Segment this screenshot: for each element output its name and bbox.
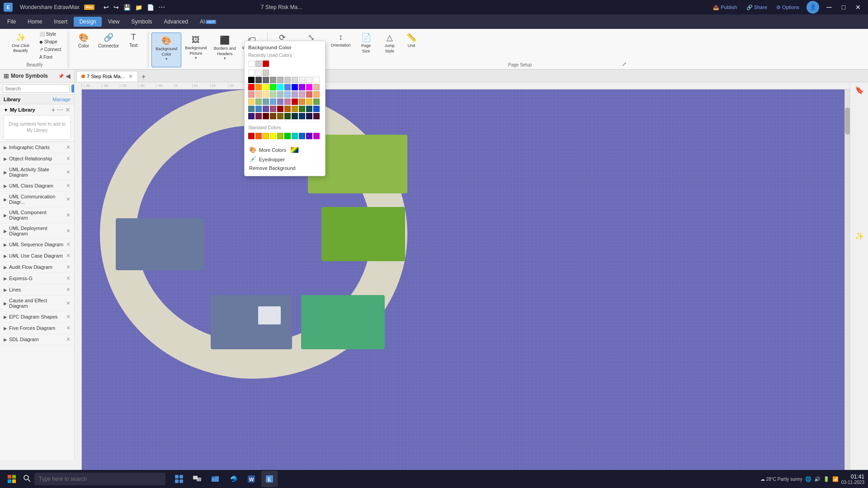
taskbar-app-edge[interactable] [225, 471, 241, 487]
close-icon-12[interactable]: ✕ [66, 286, 71, 293]
menu-design[interactable]: Design [74, 17, 101, 27]
clock-display[interactable]: 01:41 03-11-2023 [841, 474, 864, 485]
cp-s-4-8[interactable] [299, 99, 305, 105]
lib-item-lines[interactable]: ▶ Lines ✕ [0, 284, 74, 296]
lib-item-uml-usecase[interactable]: ▶ UML Use Case Diagram ✕ [0, 250, 74, 262]
right-panel-btn-1[interactable]: 🔖 [855, 86, 864, 94]
menu-ai[interactable]: AI HOT [194, 17, 222, 27]
search-input[interactable] [3, 84, 70, 93]
shape-btn[interactable]: ◆ Shape [37, 38, 64, 45]
cp-s-1-5[interactable] [277, 77, 283, 83]
menu-advanced[interactable]: Advanced [159, 17, 193, 27]
canvas-area[interactable] [82, 89, 850, 470]
vertical-scrollbar-thumb[interactable] [845, 108, 850, 135]
cp-s-6-3[interactable] [263, 113, 269, 119]
cp-s-3-1[interactable] [248, 91, 255, 98]
close-icon-11[interactable]: ✕ [66, 275, 71, 282]
language-icon[interactable]: 🌐 [805, 476, 811, 482]
minimize-button[interactable]: ─ [823, 1, 835, 14]
cp-s-6-10[interactable] [313, 113, 320, 119]
close-icon-15[interactable]: ✕ [66, 325, 71, 331]
cp-s-2-7[interactable] [292, 84, 298, 90]
close-icon-14[interactable]: ✕ [66, 314, 71, 320]
cp-s-2-6[interactable] [284, 84, 291, 90]
recent-color-white[interactable] [248, 61, 255, 67]
text-dropdown-button[interactable]: T Text [123, 31, 143, 50]
cp-s-1-4[interactable] [270, 77, 276, 83]
start-button[interactable] [4, 471, 20, 487]
font-btn[interactable]: A Font [37, 54, 64, 61]
background-color-button[interactable]: 🎨 BackgroundColor ▼ [151, 33, 181, 67]
redo-button[interactable]: ↪ [112, 3, 121, 12]
menu-symbols[interactable]: Symbols [126, 17, 158, 27]
std-blue[interactable] [299, 133, 305, 139]
cp-s-4-7[interactable] [292, 99, 298, 105]
menu-insert[interactable]: Insert [48, 17, 73, 27]
taskbar-app-word[interactable]: W [243, 471, 259, 487]
share-button[interactable]: 🔗 Share [743, 1, 771, 14]
lib-item-uml-sequence[interactable]: ▶ UML Sequence Diagram ✕ [0, 239, 74, 250]
volume-icon[interactable]: 🔊 [814, 476, 821, 482]
lib-item-uml-comm[interactable]: ▶ UML Communication Diagr... ✕ [0, 192, 74, 207]
taskbar-search-icon-btn[interactable] [22, 473, 33, 485]
tab-7step[interactable]: 7 Step Risk Ma... ✕ [76, 71, 138, 82]
cp-s-2-10[interactable] [313, 84, 320, 90]
connector-dropdown-button[interactable]: 🔗 Connector [95, 31, 122, 50]
options-button[interactable]: ⚙ Options [773, 1, 803, 14]
std-magenta[interactable] [313, 133, 320, 139]
std-green[interactable] [284, 133, 291, 139]
swatch-trans[interactable] [263, 70, 269, 76]
cp-s-4-2[interactable] [255, 99, 262, 105]
close-icon-4[interactable]: ✕ [66, 183, 71, 189]
cp-s-4-3[interactable] [263, 99, 269, 105]
user-avatar[interactable]: 👤 [807, 1, 819, 14]
lib-item-uml-class[interactable]: ▶ UML Class Diagram ✕ [0, 180, 74, 192]
cp-s-5-5[interactable] [277, 106, 283, 112]
lib-item-uml-activity[interactable]: ▶ UML Activity State Diagram ✕ [0, 164, 74, 180]
color-dropdown-button[interactable]: 🎨 Color [74, 31, 94, 50]
lib-item-uml-component[interactable]: ▶ UML Component Diagram ✕ [0, 207, 74, 223]
cp-s-6-4[interactable] [270, 113, 276, 119]
page-setup-expand-icon[interactable]: ⤢ [622, 61, 627, 67]
cp-s-6-5[interactable] [277, 113, 283, 119]
cp-s-1-2[interactable] [255, 77, 262, 83]
cp-s-3-9[interactable] [306, 91, 312, 98]
cp-s-1-8[interactable] [299, 77, 305, 83]
close-button[interactable]: ✕ [852, 1, 864, 14]
std-yellow[interactable] [263, 133, 269, 139]
cp-s-4-9[interactable] [306, 99, 312, 105]
cp-s-1-1[interactable] [248, 77, 255, 83]
sidebar-pin-icon[interactable]: 📌 [58, 74, 64, 79]
std-bright-yellow[interactable] [270, 133, 276, 139]
unit-button[interactable]: 📏 Unit [402, 31, 420, 50]
cp-s-3-10[interactable] [313, 91, 320, 98]
battery-icon[interactable]: 🔋 [823, 476, 830, 482]
cp-s-6-1[interactable] [248, 113, 255, 119]
lib-item-object[interactable]: ▶ Object Relationship ✕ [0, 153, 74, 164]
cp-s-2-2[interactable] [255, 84, 262, 90]
cp-s-2-5[interactable] [277, 84, 283, 90]
close-icon-7[interactable]: ✕ [66, 228, 71, 234]
lib-item-cause-effect[interactable]: ▶ Cause and Effect Diagram ✕ [0, 296, 74, 311]
style-btn[interactable]: ⬜ Style [37, 31, 64, 38]
page-size-button[interactable]: 📄 PageSize [355, 31, 377, 56]
std-orange-red[interactable] [255, 133, 262, 139]
cp-s-6-7[interactable] [292, 113, 298, 119]
cp-s-5-6[interactable] [284, 106, 291, 112]
taskbar-app-widgets[interactable] [171, 471, 187, 487]
cp-s-5-9[interactable] [306, 106, 312, 112]
search-button[interactable]: Search [71, 84, 75, 93]
cp-s-6-9[interactable] [306, 113, 312, 119]
cp-s-1-7[interactable] [292, 77, 298, 83]
lib-item-audit[interactable]: ▶ Audit Flow Diagram ✕ [0, 262, 74, 273]
lib-item-epc[interactable]: ▶ EPC Diagram Shapes ✕ [0, 311, 74, 323]
maximize-button[interactable]: □ [837, 1, 850, 14]
cp-s-2-1[interactable] [248, 84, 255, 90]
cp-s-2-3[interactable] [263, 84, 269, 90]
orientation-button[interactable]: ↕ Orientation [328, 31, 354, 50]
cp-s-4-1[interactable] [248, 99, 255, 105]
std-cyan[interactable] [292, 133, 298, 139]
std-purple[interactable] [306, 133, 312, 139]
jump-style-button[interactable]: △ JumpStyle [379, 31, 401, 56]
cp-s-3-2[interactable] [255, 91, 262, 98]
